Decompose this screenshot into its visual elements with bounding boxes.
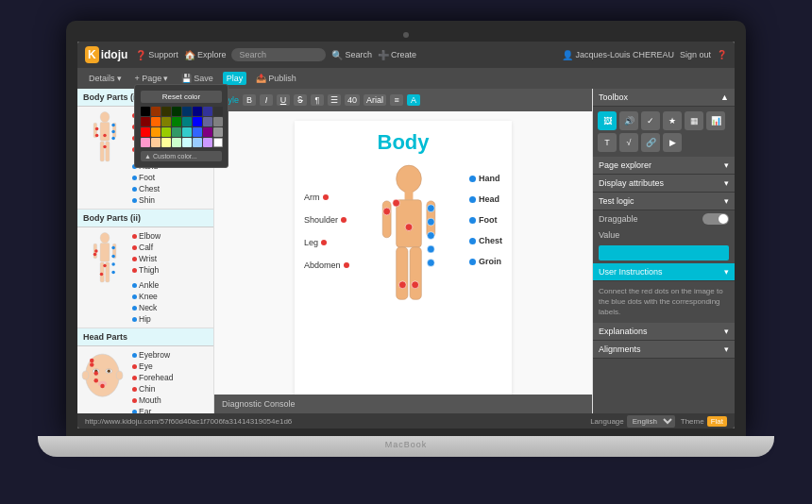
svg-rect-14 bbox=[100, 244, 110, 262]
language-label: Language bbox=[590, 417, 624, 426]
italic-btn[interactable]: I bbox=[260, 94, 273, 106]
save-btn[interactable]: 💾 Save bbox=[178, 72, 217, 85]
dot-calf bbox=[132, 245, 137, 250]
explanations-header[interactable]: Explanations ▾ bbox=[593, 323, 735, 341]
alignments-header[interactable]: Alignments ▾ bbox=[593, 341, 735, 359]
underline-btn[interactable]: U bbox=[277, 94, 290, 106]
user-profile[interactable]: 👤 Jacques-Louis CHEREAU bbox=[562, 50, 674, 60]
tool-audio[interactable]: 🔊 bbox=[619, 111, 638, 130]
svg-point-21 bbox=[93, 253, 97, 257]
svg-point-24 bbox=[111, 255, 115, 259]
hand-row: Hand bbox=[469, 174, 500, 183]
swatch-white[interactable] bbox=[214, 138, 223, 147]
svg-point-56 bbox=[428, 260, 435, 267]
size-selector[interactable]: 40 bbox=[345, 94, 360, 106]
head-svg bbox=[81, 350, 124, 407]
test-logic-header[interactable]: Test logic ▾ bbox=[593, 193, 735, 210]
create-btn[interactable]: ➕ Create bbox=[378, 50, 416, 60]
format-btn1[interactable]: ¶ bbox=[311, 94, 324, 106]
label-eyebrow: Eyebrow bbox=[132, 350, 173, 360]
chevron-down-icon-4: ▾ bbox=[724, 178, 729, 188]
swatch-15[interactable] bbox=[214, 117, 223, 126]
tool-video[interactable]: ▶ bbox=[663, 133, 682, 152]
display-attributes-header[interactable]: Display attributes ▾ bbox=[593, 175, 735, 193]
toolbox-label: Toolbox bbox=[599, 92, 628, 102]
svg-point-9 bbox=[103, 145, 107, 149]
swatch-23[interactable] bbox=[214, 127, 223, 137]
draggable-toggle[interactable] bbox=[702, 213, 729, 225]
tool-text[interactable]: T bbox=[598, 133, 617, 152]
editor-title: Body bbox=[295, 121, 512, 160]
status-url: http://www.kidoju.com/57f60d40ac1f7006fa… bbox=[85, 417, 584, 426]
dot-eyebrow bbox=[132, 353, 137, 358]
svg-point-40 bbox=[397, 165, 422, 193]
label-neck: Neck bbox=[132, 303, 161, 312]
color-btn[interactable]: A bbox=[407, 94, 420, 106]
body-figure-i bbox=[81, 110, 128, 178]
publish-btn[interactable]: 📤 Publish bbox=[252, 72, 300, 85]
svg-rect-5 bbox=[106, 142, 110, 161]
user-instructions-header[interactable]: User Instructions ▾ bbox=[593, 263, 735, 281]
reset-color-btn[interactable]: Reset color bbox=[214, 91, 222, 103]
svg-point-51 bbox=[412, 281, 419, 289]
tool-math[interactable]: √ bbox=[619, 133, 638, 152]
knee-label: Knee bbox=[139, 292, 158, 301]
toolbox-header[interactable]: Toolbox ▲ bbox=[593, 89, 735, 107]
tool-image[interactable]: 🖼 bbox=[598, 111, 617, 130]
laptop-container: K idoju ❓ Support 🏠 Explore Se bbox=[38, 21, 774, 483]
chevron-down-icon-2: ▾ bbox=[163, 74, 168, 83]
label-ankle: Ankle bbox=[132, 280, 161, 290]
page-btn[interactable]: + Page ▾ bbox=[131, 72, 173, 85]
theme-label: Theme bbox=[681, 417, 704, 426]
logo: K idoju bbox=[85, 46, 127, 63]
app-container: K idoju ❓ Support 🏠 Explore Se bbox=[77, 42, 735, 428]
status-theme: Theme Flat bbox=[681, 416, 727, 427]
draggable-label: Draggable bbox=[599, 214, 638, 224]
svg-point-23 bbox=[111, 246, 115, 250]
align-left-btn[interactable]: ≡ bbox=[390, 94, 403, 106]
value-input[interactable] bbox=[599, 245, 729, 260]
search-btn[interactable]: 🔍 Search bbox=[331, 50, 372, 60]
editor-shoulder-label: Shoulder bbox=[304, 215, 338, 225]
language-select[interactable]: English bbox=[627, 415, 675, 428]
chest-blue-dot bbox=[469, 238, 476, 244]
font-selector[interactable]: Arial bbox=[364, 94, 386, 106]
help-icon-btn[interactable]: ❓ bbox=[717, 50, 727, 59]
tool-grid[interactable]: ▦ bbox=[685, 111, 703, 130]
custom-color-btn[interactable]: ▲ Custom color... bbox=[214, 151, 222, 161]
camera bbox=[403, 32, 409, 38]
theme-btn[interactable]: Flat bbox=[707, 416, 727, 427]
dot-wrist bbox=[132, 257, 137, 261]
tool-chart[interactable]: 📊 bbox=[706, 111, 725, 130]
svg-point-34 bbox=[116, 371, 123, 379]
tool-link[interactable]: 🔗 bbox=[641, 133, 660, 152]
editor-chest-label: Chest bbox=[479, 236, 502, 245]
status-bar: http://www.kidoju.com/57f60d40ac1f7006fa… bbox=[77, 413, 735, 428]
explore-nav-item[interactable]: 🏠 Explore bbox=[184, 50, 227, 60]
forehead-label: Forehead bbox=[139, 373, 173, 382]
tool-check[interactable]: ✓ bbox=[641, 111, 660, 130]
editor-canvas[interactable]: Body Arm Should bbox=[214, 111, 592, 395]
laptop-base bbox=[38, 436, 774, 457]
chevron-down-icon-7: ▾ bbox=[724, 327, 729, 336]
bold-btn[interactable]: B bbox=[243, 94, 256, 106]
swatch-7[interactable] bbox=[214, 107, 223, 116]
body-svg-container bbox=[354, 164, 465, 353]
explanations-label: Explanations bbox=[599, 327, 648, 336]
signout-label: Sign out bbox=[680, 50, 711, 59]
page-explorer-header[interactable]: Page explorer ▾ bbox=[593, 157, 735, 175]
play-btn[interactable]: Play bbox=[223, 72, 247, 85]
abdomen-dot bbox=[344, 262, 349, 268]
screen-bezel: K idoju ❓ Support 🏠 Explore Se bbox=[66, 21, 746, 436]
svg-point-49 bbox=[399, 281, 407, 289]
tool-star[interactable]: ★ bbox=[663, 111, 682, 130]
help-icon: ❓ bbox=[717, 50, 727, 59]
svg-point-35 bbox=[90, 362, 94, 367]
details-btn[interactable]: Details ▾ bbox=[85, 72, 126, 85]
groin-row: Groin bbox=[469, 257, 501, 266]
strikethrough-btn[interactable]: S̶ bbox=[294, 94, 307, 106]
signout-btn[interactable]: Sign out bbox=[680, 50, 711, 59]
save-label: Save bbox=[194, 74, 213, 83]
support-nav-item[interactable]: ❓ Support bbox=[135, 50, 178, 60]
format-btn2[interactable]: ☰ bbox=[328, 94, 341, 106]
